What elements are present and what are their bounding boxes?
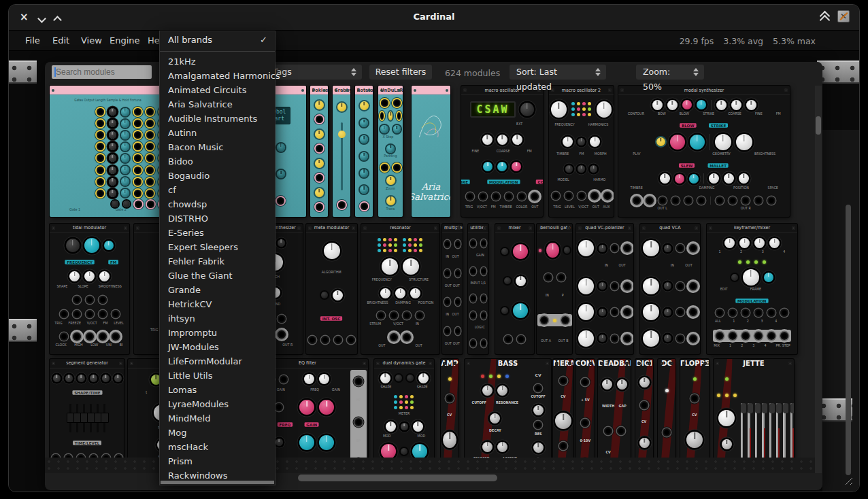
brand-option[interactable]: Bogaudio xyxy=(160,169,275,183)
module-card-dual-dynamics-gate[interactable]: dual dynamics gateSHAPESHAPEMETERMODMODL… xyxy=(374,359,434,458)
module-card-flopper[interactable]: FLOPPERCVININ xyxy=(680,359,709,458)
brand-option[interactable]: chowdsp xyxy=(160,197,275,211)
control-row xyxy=(497,244,532,259)
reset-filters-button[interactable]: Reset filters xyxy=(369,65,432,80)
module-card-modal-synthesizer[interactable]: modal synthesizerCONTOURBOWBLOWSTRIKECOA… xyxy=(618,86,790,217)
browser-scrollbar-track[interactable] xyxy=(815,86,822,473)
menu-edit[interactable]: Edit xyxy=(52,35,69,46)
module-card-amp[interactable]: AMPCVIN xyxy=(441,359,458,458)
knob xyxy=(121,166,129,174)
control-labels: BRIGHTNESSDAMPINGPOSITION xyxy=(363,301,437,305)
brand-option[interactable]: Lomas xyxy=(160,383,275,397)
brand-option[interactable]: Amalgamated Harmonics xyxy=(160,69,275,83)
brand-option[interactable]: Fehler Fabrik xyxy=(160,254,275,269)
brand-option[interactable]: E-Series xyxy=(160,226,275,240)
menu-file[interactable]: File xyxy=(25,35,40,46)
brand-option[interactable]: Prism xyxy=(160,454,275,468)
brand-option[interactable]: Little Utils xyxy=(160,368,275,383)
brand-option[interactable]: 21kHz xyxy=(160,54,275,69)
brand-option-all[interactable]: All brands ✓ xyxy=(160,31,275,48)
tags-select[interactable]: Tags xyxy=(266,65,362,80)
control-row xyxy=(470,311,486,320)
brand-option[interactable]: mscHack xyxy=(160,440,275,454)
sort-select-label: Sort: Last updated xyxy=(516,67,557,92)
module-card-mixer[interactable]: mixer xyxy=(495,224,534,354)
brand-option[interactable]: LyraeModules xyxy=(160,397,275,411)
brand-dropdown-menu: All brands ✓ 21kHzAmalgamated HarmonicsA… xyxy=(159,31,276,485)
module-title: macro oscillator 2 xyxy=(556,86,607,93)
browser-scrollbar-thumb[interactable] xyxy=(816,116,821,135)
module-card-tidal-modulator[interactable]: tidal modulatorFREQUENCYFMSHAPESLOPESMOO… xyxy=(50,224,129,354)
jack-port xyxy=(97,143,104,150)
module-card[interactable]: Aria Salvatrice xyxy=(412,86,450,217)
module-card-bass[interactable]: BASSCUTOFFRESONANCEDECAYENVMODACCENTACCE… xyxy=(465,359,551,458)
brand-option[interactable]: Audible Instruments xyxy=(160,111,275,126)
brand-option[interactable]: Bacon Music xyxy=(160,140,275,154)
brand-option[interactable]: Bidoo xyxy=(160,154,275,169)
sort-select[interactable]: Sort: Last updated xyxy=(510,65,606,80)
search-input[interactable] xyxy=(52,65,152,79)
knob xyxy=(380,288,390,298)
module-card-dc[interactable]: DCIN xyxy=(658,359,675,458)
module-card-meta-modulator[interactable]: meta modulatorALGORITHMINT. OSC xyxy=(306,224,357,354)
module-card-grabby[interactable]: Grabby xyxy=(333,86,350,217)
module-card-quad-vca[interactable]: quad VCAINOUT xyxy=(640,224,700,354)
browser-horizontal-scrollbar[interactable] xyxy=(298,475,497,481)
module-card-quad-vc-polarizer[interactable]: quad VC-polarizerINOUT xyxy=(576,224,633,354)
brand-option[interactable]: Glue the Giant xyxy=(160,269,275,283)
brand-option[interactable]: Mog xyxy=(160,426,275,440)
cpu-max-value: 5.3% max xyxy=(773,36,816,46)
brand-option[interactable]: Autinn xyxy=(160,126,275,140)
module-card-conv[interactable]: CONV+ 5V0-10V0-10V xyxy=(575,359,595,458)
brand-option[interactable]: MindMeld xyxy=(160,411,275,426)
module-card-resonator[interactable]: resonatorFREQUENCYSTRUCTUREBRIGHTNESSDAM… xyxy=(361,224,439,354)
brand-option[interactable]: Animated Circuits xyxy=(160,83,275,97)
dropdown-scroll-indicator[interactable] xyxy=(161,481,274,484)
module-card-rotatoes[interactable]: Rotatoes xyxy=(355,86,373,217)
control-labels: INP xyxy=(539,294,570,297)
brand-option[interactable]: Grande xyxy=(160,283,275,297)
knob xyxy=(121,154,129,162)
menu-engine[interactable]: Engine xyxy=(110,35,140,46)
module-card-multiples[interactable]: multiplesINOUTOUTOUTINOUTOUTOUT xyxy=(442,224,463,354)
window-menu-icon[interactable]: ✕ xyxy=(837,10,850,22)
rack-vertical-scrollbar[interactable] xyxy=(846,205,851,475)
module-title: multiples xyxy=(444,224,461,231)
knob xyxy=(360,152,368,160)
zoom-select[interactable]: Zoom: 50% xyxy=(636,65,704,80)
module-title: Grabby xyxy=(335,86,349,93)
module-card-macro-oscillator[interactable]: macro oscillatorCSAWEXTFINECOARSEFMTIMBR… xyxy=(461,86,543,217)
brand-option[interactable]: Impromptu xyxy=(160,326,275,340)
module-card-digi[interactable]: DIGICVANALOG xyxy=(635,359,653,458)
control-labels: BP xyxy=(350,439,367,443)
brand-option[interactable]: LifeFormModular xyxy=(160,354,275,368)
module-card-pokies[interactable]: Pokies xyxy=(310,86,328,217)
module-card-deadband[interactable]: DEADBANDWIDTHGAPCV xyxy=(598,359,631,458)
shade-window-icon[interactable] xyxy=(820,11,829,22)
spacer xyxy=(288,407,295,408)
module-card-macro-oscillator-2[interactable]: macro oscillator 2FREQUENCYHARMONICSTIMB… xyxy=(549,86,614,217)
brand-option[interactable]: DISTRHO xyxy=(160,211,275,226)
knob xyxy=(656,137,665,146)
module-card-mera[interactable]: MERACVPRE xyxy=(553,359,573,458)
brand-option-label: All brands xyxy=(168,35,212,45)
check-icon: ✓ xyxy=(260,31,267,48)
module-card-undular[interactable]: UnDuLaRX StepPaddingZoomTrans xyxy=(378,86,403,217)
module-card-jette[interactable]: JETTEINPUT xyxy=(714,359,794,458)
module-card-utilities[interactable]: utilitiesGAININPUT1/1LOGIC xyxy=(468,224,488,354)
jack-port xyxy=(767,309,775,317)
brand-option[interactable]: HetrickCV xyxy=(160,297,275,311)
brand-option[interactable]: cf xyxy=(160,183,275,197)
module-card-bernoulli-gate[interactable]: bernoulli gateINPOUT AOUT B xyxy=(537,224,572,354)
control-labels: ALGORITHM xyxy=(308,271,355,274)
knob xyxy=(686,432,703,448)
brand-option[interactable]: JW-Modules xyxy=(160,340,275,354)
jack-port xyxy=(754,309,763,317)
module-card-segment-generator[interactable]: segment generatorSHAPE/TIMETIME/LEVELGAT… xyxy=(50,359,124,458)
brand-option[interactable]: ihtsyn xyxy=(160,311,275,326)
brand-option[interactable]: Aria Salvatrice xyxy=(160,97,275,111)
menu-view[interactable]: View xyxy=(81,35,102,46)
brand-option[interactable]: Expert Sleepers xyxy=(160,240,275,254)
control-labels: INOUT xyxy=(444,313,461,316)
module-card-keyframer-mixer[interactable]: keyframer/mixer1234EDITFRAMEMODULATIONAL… xyxy=(707,224,797,354)
